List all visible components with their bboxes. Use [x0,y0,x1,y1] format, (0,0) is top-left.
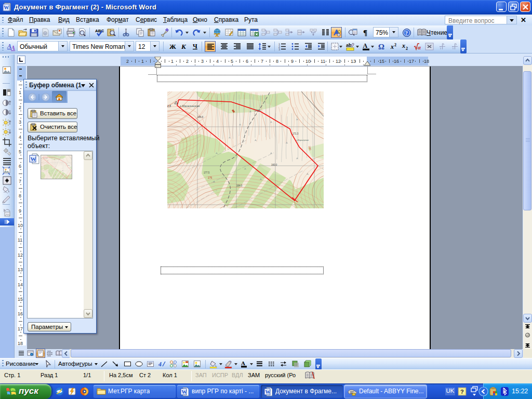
svg-text:W: W [265,389,271,395]
svg-text:160.0: 160.0 [271,164,277,166]
svg-text:W: W [182,389,187,395]
svg-text:г.Карьерная: г.Карьерная [67,165,70,166]
svg-text:W: W [4,5,9,10]
svg-text:?: ? [460,389,464,395]
svg-text:г.Махалинская: г.Махалинская [180,104,200,108]
svg-text:175: 175 [208,176,212,179]
svg-text:2: 2 [406,46,408,51]
svg-text:173.4: 173.4 [255,110,261,112]
svg-text:164.0: 164.0 [236,184,243,187]
svg-text:ABC: ABC [95,29,104,33]
svg-text:2: 2 [394,43,396,47]
svg-text:К: К [181,43,187,50]
svg-text:W: W [31,156,36,162]
svg-text:A: A [10,44,15,51]
svg-text:x: x [390,43,394,50]
svg-text:4: 4 [158,361,162,368]
svg-text:ab: ab [346,43,352,48]
svg-text:г.Махалинская: г.Махалинская [44,158,48,158]
svg-text:Ч: Ч [193,43,197,50]
svg-text:2,8: 2,8 [167,104,171,108]
svg-text:x: x [402,42,405,49]
svg-text:?: ? [405,30,408,36]
svg-text:α: α [418,44,421,50]
svg-text:A: A [363,42,368,49]
svg-text:¶: ¶ [363,29,367,37]
svg-text:3: 3 [278,48,281,51]
svg-text:Ж: Ж [169,43,176,50]
svg-text:Ω: Ω [378,43,384,51]
svg-text:177.5: 177.5 [204,171,210,174]
svg-text:186.6: 186.6 [197,116,204,118]
svg-text:г.Карьерная: г.Карьерная [296,139,309,141]
svg-text:171.3: 171.3 [292,132,299,135]
svg-text:A: A [241,360,245,366]
